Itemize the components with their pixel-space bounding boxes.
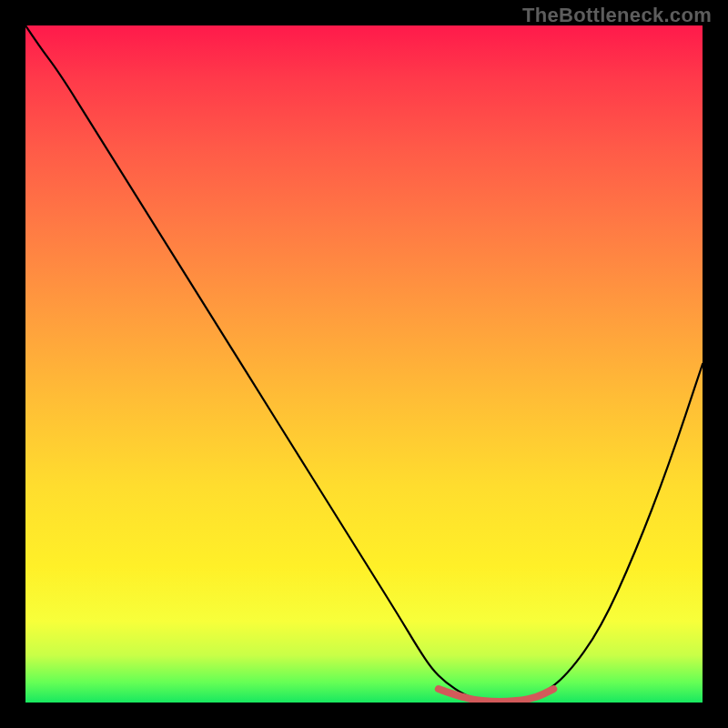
watermark-text: TheBottleneck.com (522, 4, 712, 27)
optimal-segment-path (439, 689, 554, 702)
chart-frame: TheBottleneck.com (0, 0, 728, 728)
plot-area (25, 25, 703, 703)
chart-svg (25, 25, 703, 703)
bottleneck-curve-path (25, 25, 703, 703)
